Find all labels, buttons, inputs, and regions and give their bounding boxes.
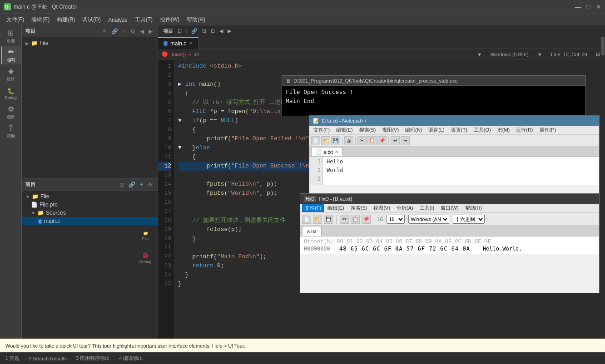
hxd-menu-tools[interactable]: 工具(I) — [417, 204, 437, 212]
toolbar-add[interactable]: ⊞ — [201, 28, 208, 34]
minimize-button[interactable]: — — [575, 3, 581, 10]
toolbar-link[interactable]: 🔗 — [190, 28, 199, 34]
btree-sources-label: Sources — [46, 210, 66, 216]
toolbar-filter[interactable]: ⊟ — [176, 28, 183, 34]
np-undo[interactable]: ↩ — [391, 136, 400, 145]
toolbar-nav-back[interactable]: ◀ — [218, 28, 224, 34]
btab-problems[interactable]: 1 问题 — [4, 354, 21, 363]
hxd-header-text: Offset(h) 00 01 02 03 04 05 06 07 08 09 … — [304, 238, 491, 245]
menu-debug[interactable]: 调试(D) — [79, 15, 104, 25]
hxd-menu-view[interactable]: 视图(V) — [371, 204, 393, 212]
menu-edit[interactable]: 编辑(E) — [28, 15, 53, 25]
hxd-new-btn[interactable]: 📄 — [302, 215, 311, 224]
hxd-menu-help[interactable]: 帮助(H) — [462, 204, 485, 212]
btab-compile[interactable]: 4 编译输出 — [117, 354, 145, 363]
np-menu-macro[interactable]: 宏(M) — [495, 126, 512, 134]
line-ending-dropdown[interactable]: ▼ — [536, 51, 544, 58]
np-menu-encode[interactable]: 编码(N) — [403, 126, 424, 134]
editor-scrollbar[interactable] — [600, 60, 605, 339]
hxd-cut-btn[interactable]: ✂ — [340, 215, 349, 224]
nav-fwd-icon[interactable]: ▶ — [147, 28, 154, 35]
hxd-menubar: 文件(F) 编辑(E) 搜索(S) 视图(V) 分析(A) 工具(I) 窗口(W… — [300, 204, 599, 213]
tab-close-icon[interactable]: ✕ — [189, 41, 193, 46]
link-icon[interactable]: 🔗 — [110, 28, 119, 35]
np-menu-settings[interactable]: 设置(T) — [449, 126, 470, 134]
notepad-window[interactable]: 📝 D:\a.txt - Notepad++ 文件(F) 编辑(E) 搜索(S)… — [309, 115, 600, 197]
np-menu-file[interactable]: 文件(F) — [311, 126, 332, 134]
hxd-menu-search[interactable]: 搜索(S) — [348, 204, 370, 212]
menu-tools[interactable]: 工具(T) — [131, 15, 156, 25]
btree-arrow-file: ▼ — [25, 194, 30, 199]
b-add-icon[interactable]: + — [139, 181, 144, 188]
btree-file-pro[interactable]: 📄 File.pro — [22, 201, 158, 209]
np-menu-run[interactable]: 运行(R) — [514, 126, 535, 134]
notepad-toolbar: 📄 📂 💾 🖨 ✂ 📋 📌 ↩ ↪ — [309, 135, 599, 147]
menu-help[interactable]: 帮助(H) — [183, 15, 209, 25]
hxd-tab-atxt[interactable]: a.txt — [302, 226, 322, 236]
btree-sources-icon: 📁 — [37, 210, 44, 216]
info-dropdown[interactable]: ▼ — [476, 51, 483, 58]
hxd-menu-edit[interactable]: 编辑(E) — [325, 204, 347, 212]
np-cut[interactable]: ✂ — [357, 136, 367, 145]
hxd-menu-analyze[interactable]: 分析(A) — [394, 204, 416, 212]
np-menu-view[interactable]: 视图(V) — [380, 126, 401, 134]
close-button[interactable]: ✕ — [596, 3, 601, 10]
icon-project[interactable]: ⚙ 项目 — [1, 103, 21, 122]
top-tree-file-folder[interactable]: ▶ 📁 File — [22, 39, 158, 47]
toolbar-minus[interactable]: ⊟ — [209, 28, 216, 34]
hxd-paste-btn[interactable]: 📌 — [362, 215, 371, 224]
hxd-size-select[interactable]: 16 — [387, 215, 405, 224]
hxd-menu-window[interactable]: 窗口(W) — [438, 204, 461, 212]
right-file-icon[interactable]: 📁 File — [136, 226, 154, 246]
btree-file-folder[interactable]: ▼ 📁 File — [22, 192, 158, 201]
menu-controls[interactable]: 控件(W) — [156, 15, 183, 25]
icon-design[interactable]: ◈ 设计 — [1, 65, 21, 84]
np-print[interactable]: 🖨 — [344, 136, 353, 145]
menu-file[interactable]: 文件(F) — [3, 15, 28, 25]
nav-back-icon[interactable]: ◀ — [139, 28, 145, 35]
icon-edit[interactable]: ✏ 编写 — [1, 46, 21, 64]
console-window[interactable]: 🖥 D:\001_Programs\012_Qt\Tools\QtCreator… — [282, 75, 586, 116]
np-text-content[interactable]: Hello World — [323, 157, 347, 185]
icon-welcome[interactable]: ⊞ 欢迎 — [1, 27, 21, 45]
np-copy[interactable]: 📋 — [367, 136, 377, 145]
np-menu-tools[interactable]: 工具(O) — [471, 126, 493, 134]
np-paste[interactable]: 📌 — [377, 136, 387, 145]
b-settings-icon[interactable]: ⚙ — [146, 181, 154, 188]
add-icon[interactable]: + — [121, 28, 127, 35]
b-link-icon[interactable]: 🔗 — [127, 181, 137, 188]
hxd-menu-file[interactable]: 文件(F) — [302, 204, 324, 212]
np-menu-plugins[interactable]: 插件(P) — [537, 126, 559, 134]
np-menu-search[interactable]: 搜索(S) — [357, 126, 378, 134]
hxd-title-bar: HxD HxD - [D:\a.txt] — [300, 194, 599, 204]
btab-app-output[interactable]: 3 应用程序输出 — [74, 354, 112, 363]
menu-build[interactable]: 构建(B) — [53, 15, 79, 25]
btree-sources-folder[interactable]: ▼ 📁 Sources — [22, 209, 158, 217]
menu-analyze[interactable]: Analyze — [104, 16, 131, 24]
right-debug-icon[interactable]: 🐞 Debug — [136, 248, 154, 268]
hxd-encoding-select[interactable]: Windows (AN — [408, 215, 449, 224]
np-tab-atxt[interactable]: 📄 a.txt ✕ — [311, 147, 342, 156]
hxd-window[interactable]: HxD HxD - [D:\a.txt] 文件(F) 编辑(E) 搜索(S) 视… — [300, 193, 600, 293]
np-redo[interactable]: ↪ — [401, 136, 410, 145]
b-filter-icon[interactable]: ⊟ — [118, 181, 125, 188]
hxd-open-btn[interactable]: 📂 — [313, 215, 322, 224]
np-menu-edit[interactable]: 编辑(E) — [334, 126, 355, 134]
np-new[interactable]: 📄 — [311, 136, 320, 145]
tab-main-c[interactable]: c main.c ✕ — [158, 37, 198, 49]
filter-icon[interactable]: ⊟ — [101, 28, 108, 35]
settings-icon[interactable]: ⚙ — [129, 28, 137, 35]
np-open[interactable]: 📂 — [321, 136, 330, 145]
np-menu-lang[interactable]: 语言(L) — [426, 126, 446, 134]
np-save[interactable]: 💾 — [331, 136, 340, 145]
btab-search[interactable]: 2 Search Results — [27, 355, 69, 362]
maximize-button[interactable]: □ — [587, 3, 590, 10]
np-tab-close[interactable]: ✕ — [335, 149, 338, 154]
hxd-format-select[interactable]: 十六进制 — [453, 215, 485, 224]
icon-debug[interactable]: 🐛 Debug — [1, 84, 21, 103]
toolbar-nav-fwd[interactable]: ▶ — [226, 28, 233, 34]
icon-help[interactable]: ? 帮助 — [1, 123, 21, 141]
notepad-title-bar: 📝 D:\a.txt - Notepad++ — [309, 116, 599, 126]
hxd-copy-btn[interactable]: 📋 — [351, 215, 360, 224]
hxd-save-btn[interactable]: 💾 — [324, 215, 333, 224]
